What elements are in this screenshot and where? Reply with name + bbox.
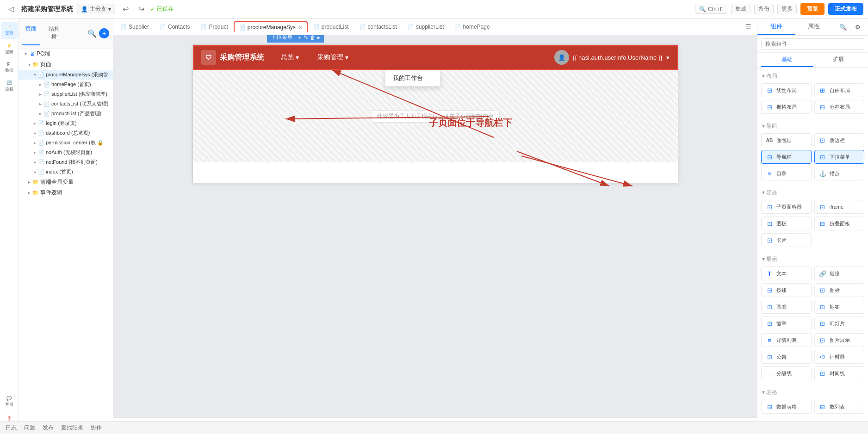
nav-item-procure[interactable]: 采购管理 ▾ bbox=[312, 51, 354, 63]
toolbar-edit[interactable]: ✎ bbox=[304, 35, 308, 41]
bottom-bar-log[interactable]: 日志 bbox=[6, 424, 17, 432]
sidebar-icon-page[interactable]: 📄 页面 bbox=[1, 22, 18, 39]
tab-supplier[interactable]: 📄 Supplier bbox=[115, 21, 154, 32]
sidebar-icon-support[interactable]: 💬 客服 bbox=[1, 393, 18, 410]
add-page-button[interactable]: + bbox=[99, 28, 109, 38]
search-tree-button[interactable]: 🔍 bbox=[87, 28, 97, 38]
tree-item-notFound[interactable]: ▸ 📄 notFound (找不到页面) bbox=[19, 157, 113, 167]
toolbar-add[interactable]: + bbox=[298, 35, 302, 41]
right-panel-tab-properties[interactable]: 属性 bbox=[795, 19, 833, 35]
component-icon[interactable]: ⊡ 图标 bbox=[814, 283, 865, 297]
component-text[interactable]: T 文本 bbox=[761, 267, 812, 280]
tree-item-noAuth[interactable]: ▸ 📄 noAuth (无权限页面) bbox=[19, 148, 113, 157]
component-badge[interactable]: ⊡ 徽章 bbox=[761, 316, 812, 330]
component-subpage[interactable]: ⊡ 子页面容器 bbox=[761, 200, 812, 214]
sidebar-icon-data[interactable]: 🗄 数据 bbox=[1, 59, 18, 76]
component-collapse[interactable]: ⊟ 折叠面板 bbox=[814, 217, 865, 230]
component-toc[interactable]: ≡ 目录 bbox=[761, 167, 812, 180]
nav-item-overview[interactable]: 总览 ▾ bbox=[275, 51, 304, 63]
component-timeline[interactable]: ⊡ 时间线 bbox=[814, 366, 865, 380]
component-data-table[interactable]: ⊟ 数据表格 bbox=[761, 400, 812, 414]
preview-button[interactable]: 预览 bbox=[800, 3, 825, 15]
login-label: login (登录页) bbox=[46, 120, 77, 127]
tree-item-supplierList[interactable]: ▸ 📄 supplierList (供应商管理) bbox=[19, 89, 113, 99]
tree-item-productList[interactable]: ▸ 📄 productList (产品管理) bbox=[19, 109, 113, 118]
component-button[interactable]: ⊟ 按钮 bbox=[761, 283, 812, 297]
tree-item-permission-center[interactable]: ▸ 📄 permission_center (权 🔒 bbox=[19, 138, 113, 148]
tree-item-global-vars[interactable]: ▸ 📁 前端全局变量 bbox=[19, 177, 113, 187]
component-card[interactable]: ⊡ 卡片 bbox=[761, 233, 812, 247]
tree-item-login[interactable]: ▸ 📄 login (登录页) bbox=[19, 118, 113, 128]
back-button[interactable]: ◁ bbox=[5, 3, 18, 16]
component-timer[interactable]: ⏱ 计时器 bbox=[814, 350, 865, 364]
component-linear-layout[interactable]: ⊟ 线性布局 bbox=[761, 83, 812, 97]
component-notice[interactable]: ⊡ 公告 bbox=[761, 350, 812, 364]
timeline-label: 时间线 bbox=[830, 370, 845, 377]
tab-homePage[interactable]: 📄 homePage bbox=[450, 21, 495, 32]
component-breadcrumb[interactable]: AB 面包层 bbox=[761, 133, 812, 147]
tree-item-dashboard[interactable]: ▸ 📄 dashboard (总览页) bbox=[19, 128, 113, 138]
component-carousel[interactable]: ⊡ 幻灯片 bbox=[814, 316, 865, 330]
tab-basic[interactable]: 基础 bbox=[761, 53, 813, 67]
right-panel-settings-btn[interactable]: ⚙ bbox=[851, 20, 864, 33]
tab-contactsList[interactable]: 📄 contactsList bbox=[354, 21, 402, 32]
component-sidebar[interactable]: ⊡ 侧边栏 bbox=[814, 133, 865, 147]
integrate-button[interactable]: 集成 bbox=[731, 4, 750, 14]
publish-button[interactable]: 正式发布 bbox=[828, 3, 863, 15]
navbar-icon: ⊟ bbox=[765, 153, 774, 161]
tab-structure[interactable]: 结构树 bbox=[45, 21, 63, 45]
branch-selector[interactable]: 👤 主分支 ▾ bbox=[77, 4, 115, 14]
bottom-bar-collaborate[interactable]: 协作 bbox=[91, 424, 102, 432]
toolbar-delete[interactable]: 🗑 bbox=[310, 35, 316, 41]
component-tag[interactable]: ⊡ 标签 bbox=[814, 300, 865, 314]
component-data-list[interactable]: ⊟ 数列表 bbox=[814, 400, 865, 414]
tree-item-contactsList[interactable]: ▸ 📄 contactsList (联系人管理) bbox=[19, 99, 113, 109]
tab-productList[interactable]: 📄 productList bbox=[308, 21, 354, 32]
tab-extend[interactable]: 扩展 bbox=[813, 53, 865, 67]
tab-contacts[interactable]: 📄 Contacts bbox=[155, 21, 195, 32]
backup-button[interactable]: 备份 bbox=[754, 4, 774, 14]
tab-procureManageSys[interactable]: 📄 procureManageSys ✕ bbox=[234, 21, 308, 32]
bottom-bar-publish[interactable]: 发布 bbox=[43, 424, 54, 432]
component-detail-list[interactable]: ≡ 详情列表 bbox=[761, 333, 812, 347]
more-button[interactable]: 更多 bbox=[777, 4, 797, 14]
nav-avatar[interactable]: 👤 bbox=[554, 50, 569, 65]
help-icon: ❓ bbox=[6, 416, 12, 421]
tabs-list-button[interactable]: ☰ bbox=[742, 21, 755, 32]
component-dropdown-menu[interactable]: ⊡ 下拉菜单 bbox=[814, 150, 865, 164]
component-navbar[interactable]: ⊟ 导航栏 bbox=[761, 150, 812, 164]
component-divider[interactable]: — 分隔线 bbox=[761, 366, 812, 380]
procure-tab-close[interactable]: ✕ bbox=[298, 25, 302, 30]
component-link[interactable]: 🔗 链接 bbox=[814, 267, 865, 280]
bottom-bar-search-result[interactable]: 查找结果 bbox=[61, 424, 83, 432]
component-grid-layout[interactable]: ⊟ 栅格布局 bbox=[761, 100, 812, 114]
tree-item-index[interactable]: ▸ 📄 index (首页) bbox=[19, 167, 113, 177]
sidebar-icon-flow[interactable]: 🔄 流程 bbox=[1, 78, 18, 94]
undo-button[interactable]: ↩ bbox=[119, 3, 132, 16]
tab-product[interactable]: 📄 Product bbox=[195, 21, 233, 32]
component-anchor[interactable]: ⚓ 锚点 bbox=[814, 167, 865, 180]
right-panel-tab-components[interactable]: 组件 bbox=[757, 19, 795, 35]
component-column-layout[interactable]: ⊟ 分栏布局 bbox=[814, 100, 865, 114]
tree-item-event-logic[interactable]: ▸ 📁 事件逻辑 bbox=[19, 187, 113, 198]
tree-item-homePage[interactable]: ▸ 📄 homePage (首页) bbox=[19, 80, 113, 89]
search-component-input[interactable] bbox=[761, 38, 864, 50]
tab-page[interactable]: 页面 bbox=[22, 21, 40, 45]
toolbar-more[interactable]: ▸ bbox=[317, 35, 320, 41]
sidebar-icon-logic[interactable]: ⚡ 逻辑 bbox=[1, 41, 18, 57]
component-iframe[interactable]: ⊡ iframe bbox=[814, 200, 865, 214]
component-panel[interactable]: ⊡ 图板 bbox=[761, 217, 812, 230]
component-image-display[interactable]: ⊡ 图片展示 bbox=[814, 333, 865, 347]
dropdown-item-workbench[interactable]: 我的工作台 bbox=[385, 70, 440, 86]
tab-supplierList[interactable]: 📄 supplierList bbox=[403, 21, 449, 32]
component-free-layout[interactable]: ⊞ 自由布局 bbox=[814, 83, 865, 97]
tree-item-pc[interactable]: ▾ 🖥 PC端 bbox=[19, 49, 113, 59]
tree-item-pages[interactable]: ▾ 📁 页面 bbox=[19, 59, 113, 70]
dropdown-menu-icon: ⊡ bbox=[818, 153, 827, 161]
search-shortcut[interactable]: 🔍 Ctrl+F bbox=[695, 5, 727, 14]
component-gallery[interactable]: ⊡ 画廊 bbox=[761, 300, 812, 314]
bottom-bar-issue[interactable]: 问题 bbox=[24, 424, 35, 432]
redo-button[interactable]: ↪ bbox=[135, 3, 148, 16]
right-panel-search-btn[interactable]: 🔍 bbox=[837, 20, 849, 33]
tree-item-procureManageSys[interactable]: ▾ 📄 procureManageSys (采购管 bbox=[19, 70, 113, 80]
